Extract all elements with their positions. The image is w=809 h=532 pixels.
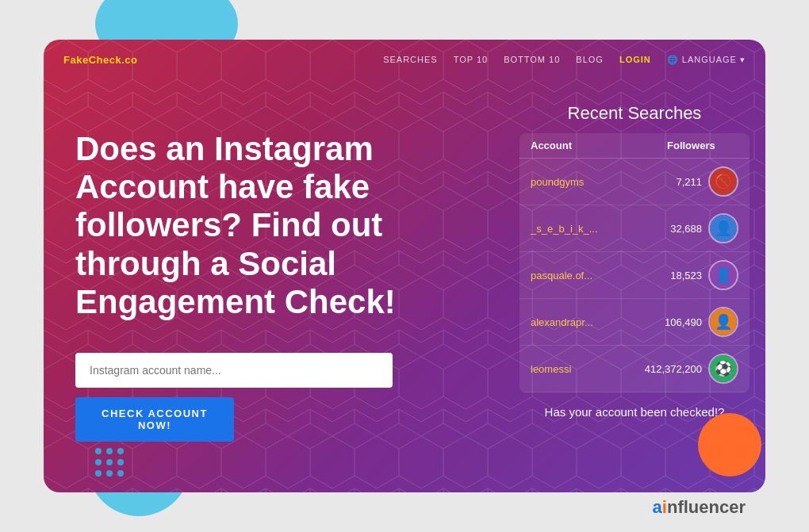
recent-searches-title: Recent Searches: [520, 103, 750, 124]
avatar: ⚽: [708, 354, 738, 384]
nav-link-blog[interactable]: BLOG: [576, 55, 604, 64]
main-content: Does an Instagram Account have fake foll…: [44, 79, 765, 492]
col-account: Account: [531, 140, 667, 151]
follower-count: 32,688: [637, 223, 708, 235]
follower-count: 106,490: [637, 316, 708, 328]
check-account-button[interactable]: CHECK ACCOUNT NOW!: [75, 397, 234, 442]
avatar: 🚫: [708, 166, 738, 197]
search-input[interactable]: [75, 353, 393, 388]
searches-table: Account Followers poundgyms 7,211 🚫 _s_e…: [520, 133, 750, 392]
account-name[interactable]: leomessi: [531, 363, 637, 375]
hero-title: Does an Instagram Account have fake foll…: [75, 130, 488, 321]
follower-count: 18,523: [637, 270, 708, 281]
nav-link-searches[interactable]: SEARCHES: [383, 55, 438, 64]
table-row: pasquale.of... 18,523 👤: [520, 252, 750, 299]
table-row: _s_e_b_i_k_... 32,688 👤: [520, 205, 750, 252]
avatar: 👤: [708, 307, 738, 337]
navbar: FakeCheck.co SEARCHES TOP 10 BOTTOM 10 B…: [44, 40, 765, 79]
nav-link-bottom10[interactable]: BOTTOM 10: [504, 55, 560, 64]
account-name[interactable]: poundgyms: [531, 176, 637, 188]
avatar: 👤: [708, 260, 738, 290]
deco-circle-orange: [698, 413, 761, 477]
table-header: Account Followers: [520, 133, 750, 159]
nav-links: SEARCHES TOP 10 BOTTOM 10 BLOG LOGIN 🌐 L…: [383, 55, 746, 65]
col-followers: Followers: [667, 140, 738, 151]
nav-logo: FakeCheck.co: [63, 54, 137, 66]
nav-language[interactable]: 🌐 LANGUAGE ▾: [667, 55, 746, 65]
brand-logo: ainfluencer: [653, 497, 746, 518]
nav-link-login[interactable]: LOGIN: [619, 55, 651, 64]
table-row: leomessi 412,372,200 ⚽: [520, 346, 750, 392]
account-name[interactable]: alexandrapr...: [531, 316, 637, 328]
follower-count: 412,372,200: [637, 363, 708, 375]
dots-decoration: [95, 448, 124, 477]
account-name[interactable]: pasquale.of...: [531, 270, 637, 281]
account-name[interactable]: _s_e_b_i_k_...: [531, 223, 637, 235]
avatar: 👤: [708, 213, 738, 243]
table-row: alexandrapr... 106,490 👤: [520, 299, 750, 346]
table-row: poundgyms 7,211 🚫: [520, 159, 750, 205]
follower-count: 7,211: [637, 176, 708, 188]
main-card: FakeCheck.co SEARCHES TOP 10 BOTTOM 10 B…: [44, 40, 765, 492]
left-panel: Does an Instagram Account have fake foll…: [44, 79, 512, 492]
nav-link-top10[interactable]: TOP 10: [454, 55, 489, 64]
